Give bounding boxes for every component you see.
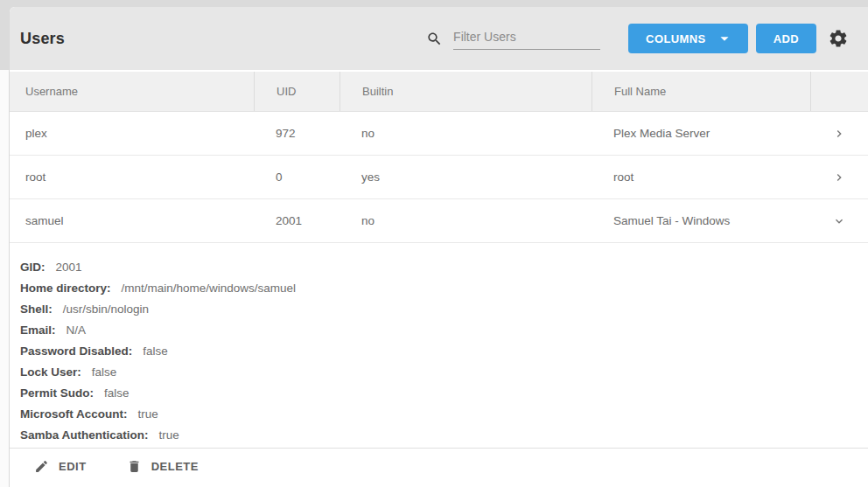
detail-label: Samba Authentication: — [20, 428, 149, 442]
cell-uid: 2001 — [254, 214, 340, 227]
detail-gid: GID:2001 — [20, 257, 868, 278]
cell-username: samuel — [10, 214, 254, 227]
cell-fullname: Samuel Tai - Windows — [592, 214, 810, 227]
edit-pencil-icon — [34, 459, 49, 474]
columns-button-label: COLUMNS — [646, 32, 706, 45]
add-button[interactable]: ADD — [756, 24, 816, 53]
detail-email: Email:N/A — [20, 320, 868, 341]
cell-uid: 972 — [254, 127, 340, 140]
edit-button-label: EDIT — [59, 460, 87, 473]
detail-label: Lock User: — [20, 365, 81, 379]
cell-builtin: no — [340, 214, 592, 227]
chevron-right-icon — [832, 170, 846, 184]
cell-builtin: no — [340, 127, 592, 140]
delete-button[interactable]: DELETE — [127, 459, 199, 474]
cell-username: root — [10, 170, 254, 184]
detail-permit-sudo: Permit Sudo:false — [20, 383, 868, 404]
edit-button[interactable]: EDIT — [34, 459, 87, 474]
table-settings-button[interactable] — [828, 28, 849, 49]
detail-shell: Shell:/usr/sbin/nologin — [20, 299, 868, 320]
filter-users-input[interactable] — [453, 27, 600, 50]
chevron-down-icon — [832, 214, 846, 228]
detail-password-disabled: Password Disabled:false — [20, 341, 868, 362]
gear-icon — [828, 28, 849, 49]
cell-builtin: yes — [340, 170, 592, 184]
cell-uid: 0 — [254, 170, 340, 184]
column-header-expand-spacer — [810, 72, 868, 111]
cell-fullname: root — [592, 170, 810, 184]
column-header-fullname[interactable]: Full Name — [592, 72, 810, 111]
detail-lock-user: Lock User:false — [20, 362, 868, 383]
detail-value: false — [104, 386, 130, 400]
user-detail-panel: GID:2001 Home directory:/mnt/main/home/w… — [10, 243, 868, 448]
detail-samba-authentication: Samba Authentication:true — [20, 425, 868, 446]
detail-label: Home directory: — [20, 282, 111, 295]
add-button-label: ADD — [774, 32, 799, 45]
table-row[interactable]: plex 972 no Plex Media Server — [10, 112, 868, 156]
detail-label: GID: — [20, 261, 46, 274]
column-header-builtin[interactable]: Builtin — [340, 72, 592, 111]
table-row[interactable]: root 0 yes root — [10, 156, 868, 199]
detail-value: false — [92, 365, 117, 379]
collapse-row-toggle[interactable] — [810, 214, 868, 228]
users-toolbar: Users COLUMNS ADD — [10, 7, 868, 70]
page-title: Users — [20, 30, 65, 48]
detail-value: N/A — [66, 324, 87, 337]
detail-value: 2001 — [56, 261, 82, 274]
table-header-row: Username UID Builtin Full Name — [10, 72, 868, 112]
expand-row-toggle[interactable] — [810, 127, 868, 141]
cell-username: plex — [10, 127, 254, 140]
detail-label: Permit Sudo: — [20, 386, 94, 400]
search-icon — [426, 31, 443, 47]
users-card: Users COLUMNS ADD Username UID Builtin F… — [9, 7, 868, 487]
delete-button-label: DELETE — [151, 460, 199, 473]
detail-label: Microsoft Account: — [20, 407, 128, 421]
chevron-right-icon — [832, 127, 846, 141]
detail-value: /usr/sbin/nologin — [63, 303, 149, 316]
detail-value: true — [159, 428, 179, 442]
detail-home-directory: Home directory:/mnt/main/home/windows/sa… — [20, 278, 868, 299]
detail-value: true — [138, 407, 158, 421]
columns-button[interactable]: COLUMNS — [628, 24, 748, 53]
column-header-username[interactable]: Username — [10, 72, 254, 111]
detail-label: Shell: — [20, 303, 52, 316]
detail-value: false — [143, 344, 168, 358]
column-header-uid[interactable]: UID — [254, 72, 340, 111]
detail-label: Email: — [20, 324, 56, 337]
detail-microsoft-account: Microsoft Account:true — [20, 404, 868, 425]
table-row[interactable]: samuel 2001 no Samuel Tai - Windows — [10, 199, 868, 243]
filter-group — [426, 27, 600, 50]
delete-trash-icon — [127, 459, 142, 474]
dropdown-caret-icon — [715, 29, 734, 48]
detail-label: Password Disabled: — [20, 344, 132, 358]
detail-value: /mnt/main/home/windows/samuel — [122, 282, 297, 295]
user-actions-row: EDIT DELETE — [10, 448, 868, 484]
expand-row-toggle[interactable] — [810, 170, 868, 184]
cell-fullname: Plex Media Server — [592, 127, 810, 140]
